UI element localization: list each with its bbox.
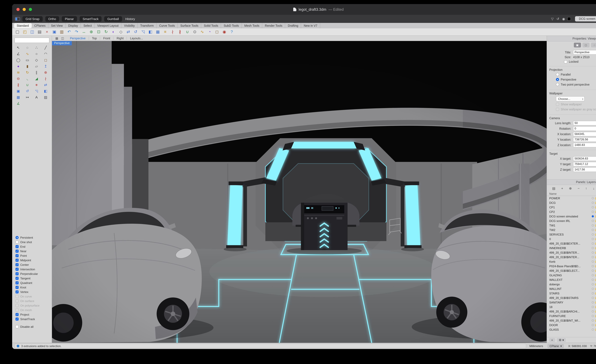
cplane-dropdown[interactable]: CPlane ▾ [547, 344, 564, 348]
revolve-icon[interactable]: ↻ [23, 70, 32, 75]
record-mode-icon[interactable]: ◉ [562, 17, 565, 21]
rotate-icon[interactable]: ↺ [133, 29, 139, 35]
arc-icon[interactable]: ◠ [41, 51, 50, 57]
current-layer-indicator[interactable] [592, 279, 594, 281]
current-layer-indicator[interactable] [592, 238, 594, 240]
wallpaper-choose-dropdown[interactable]: Choose... ▴▾ [556, 96, 585, 101]
camera-rotation-field[interactable]: 0 [573, 126, 596, 131]
curve-icon[interactable]: ∿ [199, 29, 205, 35]
pan-view-icon[interactable]: ↔ [81, 29, 87, 35]
current-layer-indicator[interactable] [592, 252, 594, 254]
properties-tab-viewport[interactable]: ▣ [574, 43, 581, 47]
array-icon[interactable]: ▦ [155, 29, 161, 35]
ribbon-tab-surface-tools[interactable]: Surface Tools [178, 23, 201, 28]
layer-visibility-bulb-icon[interactable] [595, 206, 596, 208]
scale-icon[interactable]: ◹ [32, 88, 41, 94]
boolean-union-icon[interactable]: ⊕ [41, 70, 50, 75]
viewport-tab-front[interactable]: Front [100, 37, 113, 40]
ribbon-tab-select[interactable]: Select [81, 23, 95, 28]
hatch-icon[interactable]: ▨ [41, 94, 50, 100]
current-layer-indicator[interactable] [592, 211, 594, 213]
layer-visibility-bulb-icon[interactable] [595, 288, 596, 290]
box-icon[interactable]: ◻ [214, 29, 220, 35]
ribbon-tab-cplanes[interactable]: CPlanes [32, 23, 48, 28]
osnap-perpendicular[interactable]: Perpendicular [15, 272, 52, 276]
copy-icon[interactable]: ▣ [52, 29, 57, 35]
layer-visibility-bulb-icon[interactable] [595, 251, 596, 254]
redo-icon[interactable]: ↷ [74, 29, 79, 35]
current-layer-indicator[interactable] [592, 233, 594, 236]
print-icon[interactable]: ▤ [37, 29, 42, 35]
viewport-3d-scene[interactable] [52, 41, 547, 343]
layer-row-499-20-01-0-exter[interactable]: 499_20_01$0$EXTER...Conti...◆ [547, 241, 596, 246]
group-icon[interactable]: ⊙ [192, 29, 198, 35]
osnap-smarttrack[interactable]: SmartTrack [15, 317, 52, 321]
move-layer-down-icon[interactable]: ↓ [593, 186, 595, 190]
layer-row-p024-base-plans-0-d[interactable]: P024-Base Plans$0$D...Conti...◆ [547, 264, 596, 268]
layer-visibility-bulb-icon[interactable] [595, 315, 596, 317]
layer-visibility-bulb-icon[interactable] [595, 301, 596, 304]
osnap-end[interactable]: End [15, 244, 52, 249]
paste-icon[interactable]: ▥ [59, 29, 65, 35]
current-layer-indicator[interactable] [592, 206, 594, 208]
current-layer-indicator[interactable] [592, 297, 594, 299]
trim-icon[interactable]: ∤ [41, 76, 50, 81]
layer-row-0[interactable]: 0Conti...◆ [547, 237, 596, 241]
layer-visibility-bulb-icon[interactable] [595, 274, 596, 276]
layer-visibility-bulb-icon[interactable] [595, 269, 596, 272]
ribbon-tab-render-tools[interactable]: Render Tools [262, 23, 285, 28]
save-icon[interactable]: ◫ [29, 29, 35, 35]
current-layer-indicator[interactable] [592, 274, 594, 276]
angle-measure-icon[interactable]: ∡ [14, 101, 22, 106]
ribbon-tab-viewport-layout[interactable]: Viewport Layout [95, 23, 121, 28]
shaded-view-icon[interactable]: ◐ [111, 29, 116, 35]
ribbon-tab-solid-tools[interactable]: Solid Tools [201, 23, 221, 28]
current-layer-indicator[interactable] [592, 224, 594, 226]
camera-y-location-field[interactable]: 738726.56 [573, 137, 596, 142]
layer-row-tw1[interactable]: TW1Conti...◆ [547, 223, 596, 228]
trim-icon[interactable]: ∤ [170, 29, 175, 35]
zoom-window-icon[interactable]: ⊡ [96, 29, 102, 35]
toggle-grid-snap[interactable]: Grid Snap [22, 16, 43, 22]
layer-visibility-bulb-icon[interactable] [595, 328, 596, 331]
cut-icon[interactable]: × [44, 29, 50, 35]
loft-icon[interactable]: ≋ [14, 70, 22, 75]
properties-tab-display[interactable]: ◻ [582, 43, 589, 47]
add-layer-button[interactable]: + [549, 338, 555, 342]
move-icon[interactable]: ⇄ [41, 82, 50, 88]
zoom-window-button[interactable] [29, 8, 32, 11]
layer-visibility-bulb-icon[interactable] [595, 256, 596, 258]
open-file-icon[interactable]: ◰ [22, 29, 28, 35]
undo-icon[interactable]: ↶ [66, 29, 72, 35]
pipe-icon[interactable]: ∥ [32, 70, 41, 75]
copy-icon[interactable]: ▣ [14, 88, 22, 94]
ribbon-tab-set-view[interactable]: Set View [48, 23, 66, 28]
layer-row-kerb[interactable]: KerbConti...◆ [547, 259, 596, 264]
sphere-icon[interactable]: ● [14, 63, 22, 69]
layer-row-dcg-screen-irl[interactable]: DCG screen IRLConti...◆ [547, 219, 596, 223]
layer-visibility-bulb-icon[interactable] [595, 242, 596, 245]
move-icon[interactable]: ⇄ [125, 29, 131, 35]
offset-icon[interactable]: ≡ [162, 29, 168, 35]
target-y-target-field[interactable]: 759417.12 [573, 162, 596, 166]
layer-visibility-bulb-icon[interactable] [595, 201, 596, 204]
current-layer-indicator[interactable] [592, 306, 594, 308]
current-layer-indicator[interactable] [592, 202, 594, 204]
current-layer-indicator[interactable] [592, 270, 594, 272]
projection-parallel[interactable]: Parallel [556, 72, 596, 77]
new-file-icon[interactable]: ▢ [15, 29, 20, 35]
select-brush-icon[interactable]: ◌ [23, 45, 32, 50]
layer-row-services[interactable]: SERVICESConti...◆ [547, 232, 596, 237]
locked-checkbox[interactable]: Locked [564, 60, 596, 63]
osnap-persistent[interactable]: Persistent [15, 235, 52, 240]
layer-visibility-bulb-icon[interactable] [595, 211, 596, 213]
viewport-tab-top[interactable]: Top [89, 37, 100, 40]
delete-layer-icon[interactable]: − [578, 186, 580, 190]
viewport-title-input[interactable]: Perspective [573, 50, 596, 55]
current-layer-indicator[interactable] [592, 229, 594, 231]
layers-menu-button[interactable]: ⚙ ▾ [557, 338, 566, 342]
viewport-tab-right[interactable]: Right [114, 37, 127, 40]
current-layer-indicator[interactable] [592, 292, 594, 294]
toggle-gumball[interactable]: Gumball [104, 16, 122, 22]
help-icon[interactable]: ? [229, 29, 235, 35]
